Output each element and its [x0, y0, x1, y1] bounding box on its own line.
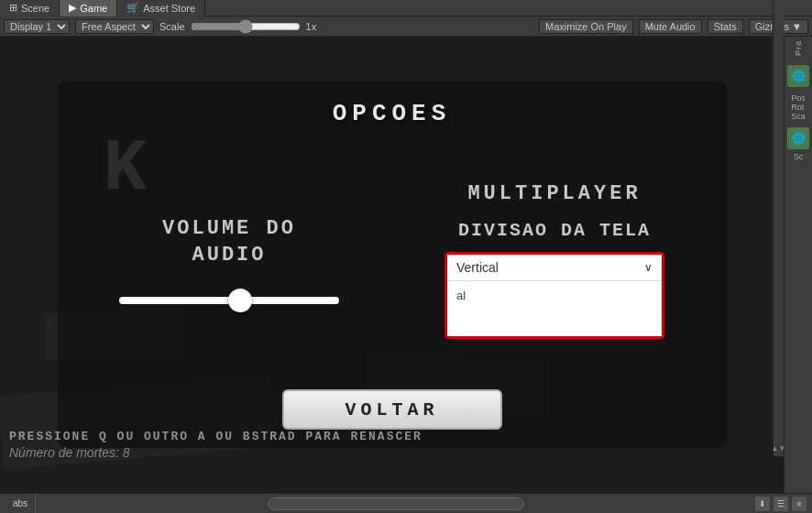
mortes-text: Número de mortes: 8 — [9, 445, 784, 460]
tab-game[interactable]: ▶ Game — [60, 0, 117, 16]
status-tab-abs[interactable]: abs — [5, 494, 36, 514]
multiplayer-section: MULTIPLAYER DIVISAO DA TELA Vertical ∨ a… — [411, 146, 699, 375]
dropdown-arrow-icon: ∨ — [644, 261, 653, 274]
panel-icon-world[interactable]: 🌐 — [787, 65, 809, 87]
store-icon: 🛒 — [126, 2, 139, 14]
status-tabs: abs — [5, 494, 36, 514]
volume-slider-container — [119, 297, 339, 304]
dropdown-body: al — [447, 281, 662, 336]
game-icon: ▶ — [69, 2, 76, 14]
pressione-text: PRESSIONE Q OU OUTRO A OU BSTRAD PARA RE… — [9, 430, 784, 443]
sc-label: Sc — [794, 152, 804, 161]
scale-slider[interactable] — [191, 22, 301, 31]
multiplayer-label: MULTIPLAYER — [467, 182, 641, 205]
game-background: OPCOES K VOLUME DOAUDIO — [0, 37, 784, 493]
bottom-overlay-text: PRESSIONE Q OU OUTRO A OU BSTRAD PARA RE… — [9, 430, 784, 460]
rot-label: Rot — [791, 103, 806, 112]
volume-label: VOLUME DOAUDIO — [162, 216, 296, 268]
search-bar — [43, 497, 748, 510]
scale-value: 1x — [306, 21, 317, 32]
stats-button[interactable]: Stats — [708, 19, 743, 34]
dialog-title: OPCOES — [333, 100, 452, 127]
status-icon-3[interactable]: ≡ — [792, 497, 807, 511]
mute-button[interactable]: Mute Audio — [639, 19, 702, 34]
game-toolbar: Display 1 Free Aspect Scale 1x Maximize … — [0, 16, 812, 37]
aspect-select[interactable]: Free Aspect — [75, 19, 154, 34]
status-icon-2[interactable]: ☰ — [774, 497, 788, 511]
status-icons: ⬇ ☰ ≡ — [755, 497, 807, 511]
dropdown-header[interactable]: Vertical ∨ — [447, 255, 662, 281]
dialog-content: K VOLUME DOAUDIO MULTIPLAYER — [85, 146, 699, 375]
panel-section-label: Pra — [794, 40, 803, 56]
bg-letter-decoration: K — [104, 127, 148, 211]
status-tab-label: abs — [13, 498, 27, 508]
options-dialog: OPCOES K VOLUME DOAUDIO — [58, 82, 727, 448]
panel-icon-2[interactable]: 🌐 — [787, 127, 809, 149]
status-bar: abs ⬇ ☰ ≡ — [0, 493, 812, 513]
tab-bar: ⊞ Scene ▶ Game 🛒 Asset Store — [0, 0, 812, 16]
props-section: Pos Rot Sca — [787, 90, 809, 125]
pos-label: Pos — [791, 93, 806, 103]
volume-slider-track[interactable] — [119, 297, 339, 304]
minimize-bar[interactable]: ▲▼ — [773, 0, 784, 456]
search-input[interactable] — [268, 497, 524, 510]
scene-icon: ⊞ — [9, 2, 17, 14]
maximize-button[interactable]: Maximize On Play — [539, 19, 633, 34]
scale-label: Scale — [159, 21, 185, 32]
tab-scene[interactable]: ⊞ Scene — [0, 0, 60, 16]
volume-slider-thumb[interactable] — [228, 289, 252, 312]
display-select[interactable]: Display 1 — [4, 19, 70, 34]
voltar-button[interactable]: VOLTAR — [282, 389, 502, 430]
divisao-label: DIVISAO DA TELA — [458, 220, 651, 241]
tab-asset-store[interactable]: 🛒 Asset Store — [117, 0, 205, 16]
dropdown-option-al[interactable]: al — [456, 287, 653, 304]
divisao-dropdown[interactable]: Vertical ∨ al — [444, 252, 664, 339]
sca-label: Sca — [791, 112, 806, 121]
asset-store-tab-label: Asset Store — [143, 3, 195, 14]
game-viewport: OPCOES K VOLUME DOAUDIO — [0, 37, 784, 493]
game-tab-label: Game — [80, 3, 107, 14]
right-panel: Pra 🌐 Pos Rot Sca 🌐 Sc — [784, 37, 812, 493]
collapse-arrow-icon: ▲▼ — [772, 444, 786, 453]
main-area: OPCOES K VOLUME DOAUDIO — [0, 37, 812, 493]
scene-tab-label: Scene — [21, 3, 49, 14]
volume-section: K VOLUME DOAUDIO — [85, 146, 374, 375]
dropdown-selected-value: Vertical — [456, 260, 499, 275]
status-icon-1[interactable]: ⬇ — [755, 497, 770, 511]
